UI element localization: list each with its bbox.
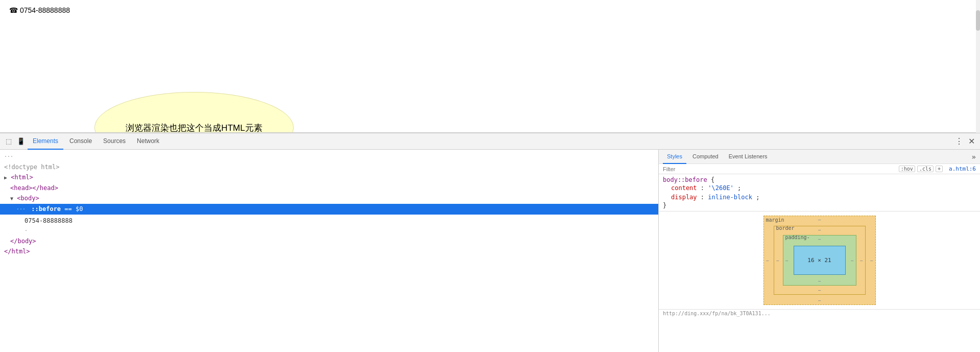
css-property-display[interactable]: display : inline-block ; — [663, 193, 976, 202]
devtools-more-button[interactable]: ⋮ — [953, 136, 965, 147]
margin-dash-top: − — [818, 217, 821, 223]
css-close-brace: } — [663, 202, 976, 209]
phone-text-node: 0754-88888888 — [25, 217, 73, 224]
css-prop-value-content: '\260E' — [708, 184, 734, 192]
margin-dash-left: − — [766, 257, 769, 263]
css-prop-name-content: content — [671, 184, 697, 192]
box-content-layer: 16 × 21 — [794, 246, 846, 275]
css-property-content[interactable]: content : '\260E' ; — [663, 183, 976, 193]
border-dash-top: − — [818, 227, 821, 233]
html-tree-line-body-close[interactable]: </body> — [0, 236, 658, 246]
box-padding-layer: padding- − − − − 16 × 21 — [783, 235, 856, 286]
border-dash-bottom: − — [818, 288, 821, 293]
html-tree-line-doctype[interactable]: <!doctype html> — [0, 162, 658, 172]
content-size: 16 × 21 — [807, 257, 831, 264]
status-url: http://ding.xxx/fp/na/bk_3T0A131... — [663, 311, 771, 316]
padding-dash-right: − — [850, 257, 853, 263]
body-close-tag: </body> — [10, 238, 36, 245]
phone-icon: ☎ — [9, 6, 18, 14]
before-dots: ··· — [16, 206, 26, 212]
before-pseudo: ::before — [31, 205, 61, 213]
styles-filter-row: :hov .cls + a.html:6 — [659, 164, 980, 174]
html-tree-line-body[interactable]: ▼ <body> — [0, 193, 658, 204]
styles-filter-input[interactable] — [663, 166, 897, 172]
devtools-content: ··· <!doctype html> ▶ <html> <head></hea… — [0, 150, 980, 352]
css-prop-value-display: inline-block — [708, 194, 752, 201]
html-tree-line-before[interactable]: ··· ::before == $0 — [0, 204, 658, 215]
box-model-section: margin − − − − border − − — [659, 211, 980, 309]
html-tree-line-html-close[interactable]: </html> — [0, 246, 658, 256]
tab-styles[interactable]: Styles — [663, 150, 686, 164]
padding-dash-left: − — [785, 257, 788, 263]
styles-tabs-bar: Styles Computed Event Listeners » — [659, 150, 980, 164]
html-tree-line-empty[interactable]: · — [0, 226, 658, 236]
tab-computed[interactable]: Computed — [688, 150, 723, 164]
html-tree-line-html[interactable]: ▶ <html> — [0, 172, 658, 183]
tab-event-listeners[interactable]: Event Listeners — [725, 150, 772, 164]
css-selector: body::before { — [663, 176, 976, 183]
css-rule-body-before: body::before { content : '\260E' ; displ… — [663, 176, 976, 209]
html-tree-panel[interactable]: ··· <!doctype html> ▶ <html> <head></hea… — [0, 150, 659, 352]
devtools-panel: ⬚ 📱 Elements Console Sources Network ⋮ ✕ — [0, 132, 980, 352]
styles-more-icon[interactable]: » — [972, 153, 976, 161]
padding-dash-top: − — [818, 237, 821, 242]
before-equals: == $0 — [64, 205, 83, 213]
html-close-tag: </html> — [4, 248, 30, 255]
styles-panel: Styles Computed Event Listeners » :hov .… — [659, 150, 980, 352]
tab-sources[interactable]: Sources — [98, 133, 131, 150]
hov-badge[interactable]: :hov — [899, 166, 915, 172]
page-phone: ☎ 0754-88888888 — [9, 6, 70, 14]
body-tag: <body> — [17, 195, 39, 202]
devtools-toolbar: ⬚ 📱 Elements Console Sources Network ⋮ ✕ — [0, 133, 980, 150]
add-badge[interactable]: + — [936, 166, 943, 172]
status-bar: http://ding.xxx/fp/na/bk_3T0A131... — [659, 309, 980, 317]
html-tree-line-head[interactable]: <head></head> — [0, 183, 658, 193]
padding-dash-bottom: − — [818, 278, 821, 284]
padding-label: padding- — [785, 234, 810, 240]
box-model-container: margin − − − − border − − — [763, 216, 876, 305]
tab-console[interactable]: Console — [64, 133, 97, 150]
cursor-tool-button[interactable]: ⬚ — [3, 136, 14, 147]
html-tag: <html> — [11, 174, 33, 181]
expand-arrow-body: ▼ — [10, 196, 13, 201]
tab-network[interactable]: Network — [132, 133, 164, 150]
styles-source-link[interactable]: a.html:6 — [949, 166, 976, 172]
margin-label: margin — [766, 217, 784, 223]
device-tool-button[interactable]: 📱 — [15, 136, 27, 147]
page-scrollbar-thumb[interactable] — [976, 10, 980, 31]
devtools-close-button[interactable]: ✕ — [966, 136, 977, 147]
tab-elements[interactable]: Elements — [28, 133, 63, 150]
border-dash-left: − — [776, 257, 779, 263]
html-tree-line-phone[interactable]: 0754-88888888 — [0, 216, 658, 226]
border-dash-right: − — [859, 257, 863, 263]
expand-arrow-html: ▶ — [4, 175, 7, 180]
margin-dash-bottom: − — [818, 298, 821, 303]
css-prop-name-display: display — [671, 194, 697, 201]
border-label: border — [776, 225, 795, 231]
css-rules-area: body::before { content : '\260E' ; displ… — [659, 174, 980, 211]
margin-dash-right: − — [870, 257, 873, 263]
dots-row: ··· — [0, 152, 658, 162]
doctype-text: <!doctype html> — [4, 163, 59, 171]
phone-number: 0754-88888888 — [20, 6, 70, 14]
page-scrollbar[interactable] — [976, 0, 980, 133]
cls-badge[interactable]: .cls — [917, 166, 934, 172]
